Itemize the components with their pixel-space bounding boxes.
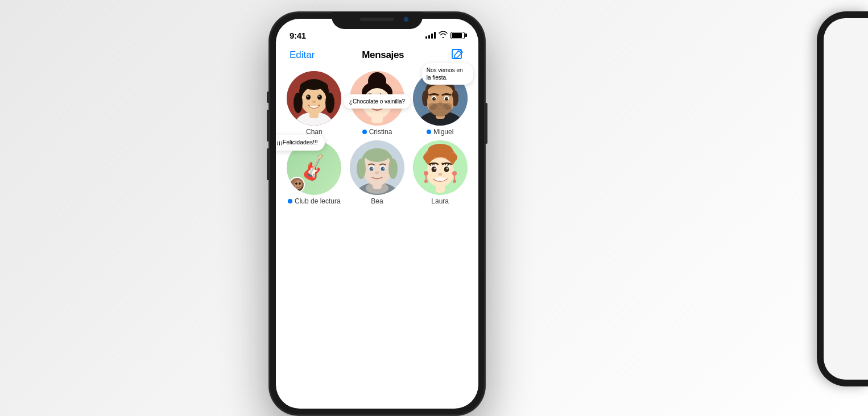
compose-icon[interactable] [451,48,465,62]
svg-point-51 [443,103,452,110]
battery-fill [452,33,462,38]
unread-dot-miguel [427,130,431,134]
svg-point-55 [295,182,297,185]
contact-cristina-name: Cristina [369,128,392,136]
contact-bea-name: Bea [371,197,383,205]
svg-point-14 [319,95,320,97]
svg-point-13 [307,95,309,97]
contact-miguel-name: Miguel [433,128,453,136]
svg-point-87 [424,171,428,176]
svg-point-48 [447,98,448,99]
contact-miguel[interactable]: Nos vemos en la fiesta. Miguel [411,71,469,136]
svg-point-72 [375,172,379,174]
contact-bea[interactable]: Bea [348,140,407,205]
svg-point-42 [428,85,453,98]
contact-laura[interactable]: Laura [411,140,469,205]
edit-button[interactable]: Editar [290,49,315,61]
svg-point-46 [445,97,448,101]
svg-point-56 [299,182,301,185]
scene: 9:41 [0,0,868,416]
contacts-grid: Chan [276,69,478,214]
power-button [485,103,487,144]
phone-partial [817,11,868,386]
svg-point-63 [357,159,366,179]
svg-point-83 [431,167,436,172]
svg-point-10 [325,93,334,113]
svg-point-85 [433,168,436,170]
speech-bubble-felicidades: ¡¡¡Felicidades!!! [276,135,325,151]
contact-cristina[interactable]: ¿Chocolate o vainilla? Cristina [348,71,407,136]
svg-point-80 [427,157,454,187]
svg-rect-93 [436,185,445,193]
speaker [360,18,394,21]
page-title: Mensajes [362,49,404,61]
phone-device: 9:41 [269,12,485,415]
svg-point-71 [383,168,384,169]
contact-laura-name: Laura [431,197,449,205]
notch [332,12,423,29]
signal-icon [425,32,436,39]
contact-chan[interactable]: Chan [285,71,344,136]
small-avatar [289,177,305,193]
svg-point-45 [432,97,436,101]
status-icons [425,31,465,40]
svg-point-70 [371,168,373,169]
volume-down-button [267,148,269,180]
speech-bubble-vemos: Nos vemos en la fiesta. [422,63,473,85]
screen: 9:41 [276,19,478,409]
svg-point-16 [303,81,325,90]
avatar-bea [350,140,404,195]
avatar-laura [413,140,468,195]
avatar-chan [287,71,341,126]
svg-point-15 [312,101,316,103]
svg-point-9 [294,93,303,113]
svg-point-64 [388,159,398,179]
svg-point-84 [444,167,449,172]
volume-up-button [267,110,269,142]
svg-point-92 [453,180,456,183]
unread-dot-cristina [362,130,367,134]
guitar-emoji: 🎸 [298,152,330,184]
svg-rect-32 [371,115,383,123]
svg-point-47 [434,98,435,99]
svg-point-12 [317,95,322,100]
svg-point-68 [369,167,373,171]
unread-dot-club [288,199,292,203]
front-camera [403,16,409,22]
svg-point-89 [424,180,428,183]
svg-point-90 [452,171,457,176]
svg-point-86 [446,168,448,170]
wifi-icon [439,31,448,40]
contact-club[interactable]: 🎸 [285,140,344,205]
side-buttons-left [267,86,269,180]
svg-point-69 [381,167,385,171]
speech-bubble-chocolate: ¿Chocolate o vainilla? [344,94,411,109]
svg-point-11 [306,95,311,100]
contact-club-name: Club de lectura [295,197,341,205]
svg-rect-0 [452,49,461,59]
svg-point-50 [428,103,437,110]
svg-point-73 [366,182,388,194]
battery-icon [450,32,465,39]
silent-button [267,91,269,103]
svg-point-65 [365,148,390,162]
status-time: 9:41 [290,31,306,40]
